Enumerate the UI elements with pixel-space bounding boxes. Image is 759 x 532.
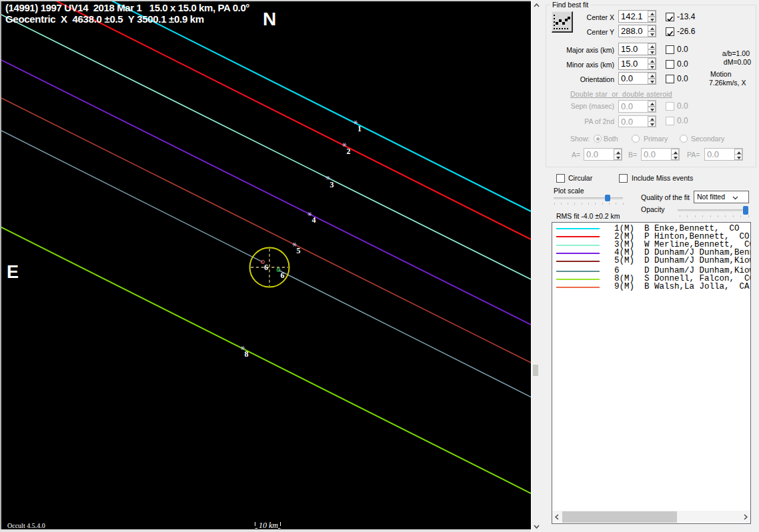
svg-text:6: 6	[264, 263, 268, 272]
svg-text:8: 8	[245, 349, 249, 359]
svg-text:3: 3	[330, 180, 334, 189]
svg-text:1: 1	[357, 124, 361, 133]
svg-text:4: 4	[311, 215, 315, 225]
svg-text:6: 6	[281, 271, 285, 280]
svg-text:5: 5	[297, 246, 301, 255]
svg-text:2: 2	[347, 147, 351, 156]
